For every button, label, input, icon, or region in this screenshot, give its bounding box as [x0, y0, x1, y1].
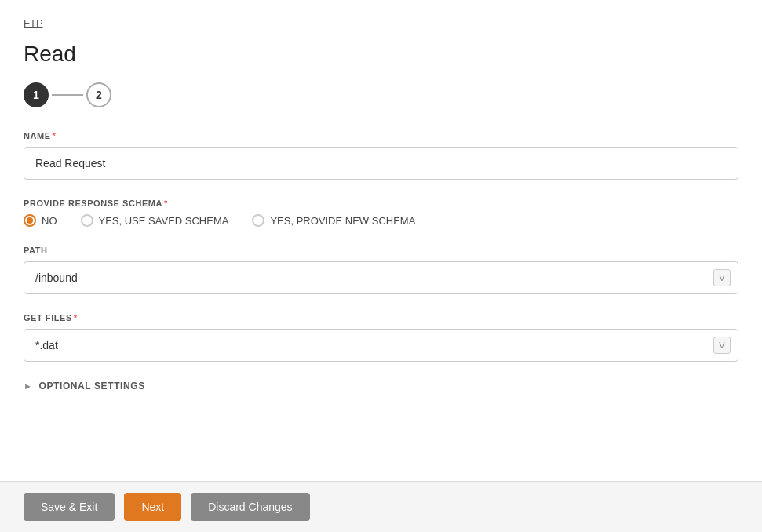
path-input[interactable] — [24, 261, 738, 294]
get-files-var-icon[interactable]: V — [713, 337, 731, 354]
path-label: PATH — [24, 246, 738, 255]
footer-actions: Save & Exit Next Discard Changes — [0, 481, 762, 532]
radio-yes-saved-label: YES, USE SAVED SCHEMA — [99, 215, 229, 227]
radio-no-label: NO — [42, 215, 57, 227]
radio-group: NO YES, USE SAVED SCHEMA YES, PROVIDE NE… — [24, 214, 738, 227]
optional-settings-toggle[interactable]: ► OPTIONAL SETTINGS — [24, 381, 738, 392]
response-schema-field-group: PROVIDE RESPONSE SCHEMA* NO YES, USE SAV… — [24, 199, 738, 227]
get-files-field-group: GET FILES* V — [24, 313, 738, 362]
radio-yes-saved[interactable]: YES, USE SAVED SCHEMA — [81, 214, 229, 227]
radio-no[interactable]: NO — [24, 214, 57, 227]
path-var-icon[interactable]: V — [713, 269, 731, 286]
response-schema-label: PROVIDE RESPONSE SCHEMA* — [24, 199, 738, 208]
optional-settings-label: OPTIONAL SETTINGS — [39, 381, 145, 392]
path-input-wrapper: V — [24, 261, 738, 294]
save-exit-button[interactable]: Save & Exit — [24, 493, 115, 521]
step-connector — [52, 94, 83, 96]
stepper: 1 2 — [24, 82, 738, 107]
get-files-input-wrapper: V — [24, 329, 738, 362]
radio-no-circle — [24, 214, 36, 227]
get-files-label: GET FILES* — [24, 313, 738, 322]
name-field-group: NAME* — [24, 131, 738, 180]
discard-changes-button[interactable]: Discard Changes — [191, 493, 309, 521]
radio-yes-new-label: YES, PROVIDE NEW SCHEMA — [270, 215, 415, 227]
name-label: NAME* — [24, 131, 738, 140]
path-field-group: PATH V — [24, 246, 738, 294]
response-schema-required-star: * — [164, 199, 168, 208]
get-files-input[interactable] — [24, 329, 738, 362]
step-1: 1 — [24, 82, 49, 107]
breadcrumb[interactable]: FTP — [24, 17, 43, 29]
next-button[interactable]: Next — [124, 493, 181, 521]
chevron-right-icon: ► — [24, 381, 33, 391]
page-title: Read — [24, 42, 738, 67]
get-files-required-star: * — [74, 313, 78, 322]
radio-yes-saved-circle — [81, 214, 93, 227]
radio-yes-new[interactable]: YES, PROVIDE NEW SCHEMA — [252, 214, 415, 227]
radio-yes-new-circle — [252, 214, 264, 227]
name-required-star: * — [53, 131, 57, 140]
step-2: 2 — [86, 82, 111, 107]
name-input[interactable] — [24, 147, 738, 180]
